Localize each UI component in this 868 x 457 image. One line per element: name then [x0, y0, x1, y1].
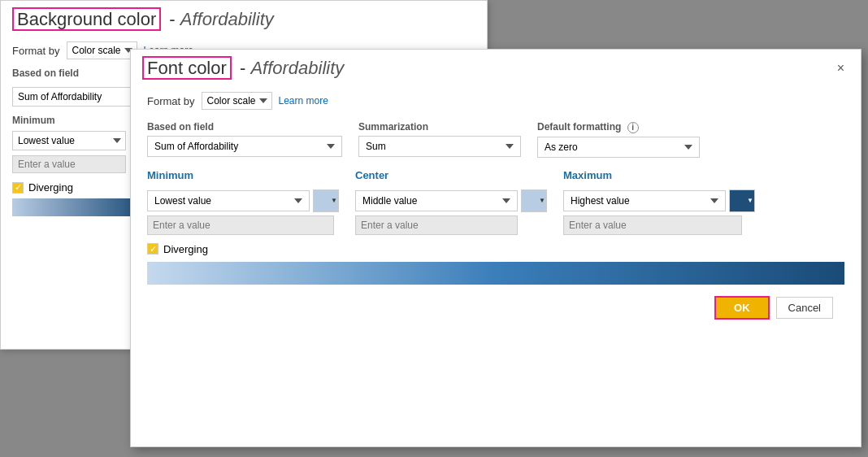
- font-title-main: Font color: [142, 56, 232, 80]
- font-center-select-row: Middle value ▼: [355, 189, 547, 212]
- font-dialog-title: Font color - Affordability: [142, 58, 344, 79]
- bg-title-main: Background color: [12, 7, 161, 31]
- font-format-by-label: Format by: [147, 95, 195, 107]
- font-minimum-value-input[interactable]: [147, 215, 334, 235]
- font-center-color-btn[interactable]: ▼: [521, 189, 547, 212]
- font-format-by-row: Format by Color scale Learn more: [147, 92, 844, 110]
- font-field-group-row: Based on field Sum of Affordability Summ…: [147, 121, 844, 158]
- font-center-value-input[interactable]: [355, 215, 518, 235]
- bg-format-by-select[interactable]: Color scale: [67, 41, 137, 59]
- bg-title-separator: -: [169, 9, 180, 29]
- font-title-sub: Affordability: [250, 58, 344, 78]
- font-summarization-group: Summarization Sum: [358, 121, 521, 157]
- font-maximum-value-input[interactable]: [563, 215, 742, 235]
- font-minimum-color-caret: ▼: [331, 197, 337, 204]
- font-format-by-select[interactable]: Color scale: [202, 92, 272, 110]
- font-checkmark: ✓: [150, 244, 157, 255]
- bg-enter-value-input[interactable]: [12, 155, 126, 173]
- font-maximum-color-caret: ▼: [747, 197, 753, 204]
- font-diverging-label: Diverging: [163, 243, 208, 255]
- bg-checkmark: ✓: [15, 182, 22, 193]
- font-based-on-field-label: Based on field: [147, 121, 342, 133]
- font-based-on-field-group: Based on field Sum of Affordability: [147, 121, 342, 157]
- font-default-formatting-select[interactable]: As zero: [537, 137, 700, 158]
- font-title-separator: -: [240, 58, 250, 78]
- bg-diverging-label: Diverging: [28, 181, 73, 194]
- font-center-color-caret: ▼: [539, 197, 545, 204]
- bg-minimum-select[interactable]: Lowest value: [12, 131, 126, 150]
- bg-dialog-title-bar: Background color - Affordability: [1, 1, 487, 37]
- font-maximum-select-row: Highest value ▼: [563, 189, 755, 212]
- font-close-button[interactable]: ×: [832, 59, 849, 77]
- font-minimum-select-row: Lowest value ▼: [147, 189, 339, 212]
- font-diverging-row: ✓ Diverging: [147, 243, 844, 255]
- font-learn-more-link[interactable]: Learn more: [279, 95, 328, 107]
- font-diverging-checkbox[interactable]: ✓: [147, 243, 158, 255]
- bg-format-by-label: Format by: [12, 45, 60, 57]
- default-formatting-info-icon[interactable]: i: [627, 122, 639, 133]
- font-minimum-color-btn[interactable]: ▼: [313, 189, 339, 212]
- outer-container: Background color - Affordability Format …: [0, 0, 868, 457]
- font-based-on-field-select[interactable]: Sum of Affordability: [147, 136, 342, 157]
- font-gradient-bar: [147, 262, 844, 285]
- font-minimum-select[interactable]: Lowest value: [147, 190, 310, 211]
- ok-button[interactable]: OK: [714, 296, 770, 320]
- font-color-dialog: Font color - Affordability × Format by C…: [130, 49, 861, 447]
- bg-title-sub: Affordability: [180, 9, 274, 29]
- font-center-select[interactable]: Middle value: [355, 190, 518, 211]
- font-default-formatting-group: Default formatting i As zero: [537, 121, 700, 158]
- font-dialog-title-bar: Font color - Affordability ×: [131, 50, 861, 85]
- bg-dialog-title: Background color - Affordability: [12, 9, 274, 30]
- bg-diverging-checkbox[interactable]: ✓: [12, 182, 24, 194]
- font-center-label: Center: [355, 169, 547, 181]
- font-maximum-select[interactable]: Highest value: [563, 190, 726, 211]
- font-center-color-swatch: [523, 194, 537, 208]
- font-min-center-max-section: Minimum Lowest value ▼ Center: [147, 169, 844, 235]
- font-center-group: Center Middle value ▼: [355, 169, 547, 235]
- font-dialog-footer: OK Cancel: [147, 296, 844, 329]
- font-maximum-color-swatch: [731, 194, 745, 208]
- font-maximum-label: Maximum: [563, 169, 755, 181]
- bg-gradient-bar: [12, 198, 142, 216]
- font-default-formatting-label: Default formatting i: [537, 121, 700, 133]
- font-maximum-group: Maximum Highest value ▼: [563, 169, 755, 235]
- font-summarization-label: Summarization: [358, 121, 521, 133]
- font-minimum-color-swatch: [315, 194, 329, 208]
- cancel-button[interactable]: Cancel: [776, 297, 833, 319]
- font-minimum-label: Minimum: [147, 169, 339, 181]
- font-minimum-group: Minimum Lowest value ▼: [147, 169, 339, 235]
- font-dialog-body: Format by Color scale Learn more Based o…: [131, 85, 861, 341]
- font-summarization-select[interactable]: Sum: [358, 136, 521, 157]
- font-maximum-color-btn[interactable]: ▼: [729, 189, 755, 212]
